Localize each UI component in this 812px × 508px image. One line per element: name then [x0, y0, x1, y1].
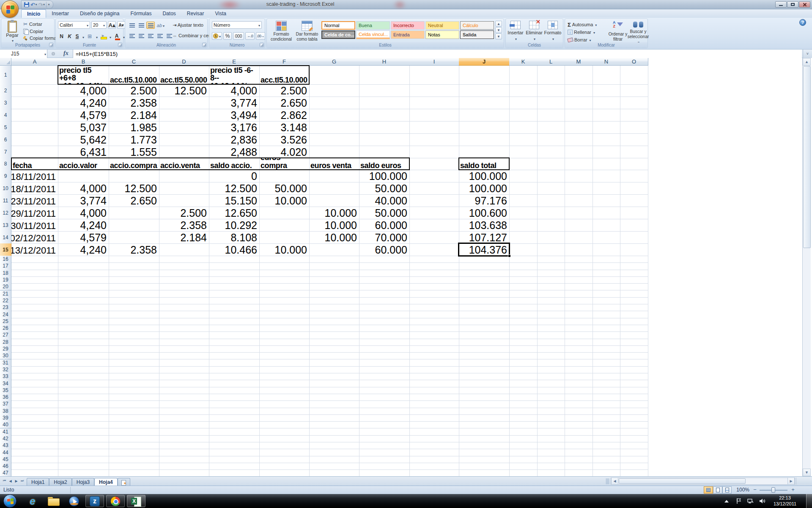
column-header-n[interactable]: N: [593, 58, 620, 66]
cell-I20[interactable]: [409, 283, 459, 290]
cell-I29[interactable]: [409, 345, 459, 353]
style-chip-incorrecto[interactable]: Incorrecto: [391, 21, 425, 30]
cell-I16[interactable]: [409, 256, 459, 263]
cell-M28[interactable]: [565, 339, 593, 346]
row-header-21[interactable]: 21: [0, 290, 11, 298]
cell-B47[interactable]: [58, 469, 109, 476]
cell-O31[interactable]: [620, 359, 648, 367]
cell-L6[interactable]: [537, 133, 565, 146]
cell-O14[interactable]: [620, 231, 648, 244]
ribbon-tab-revisar[interactable]: Revisar: [181, 9, 210, 18]
cell-O13[interactable]: [620, 219, 648, 232]
cell-J33[interactable]: [459, 373, 510, 380]
cell-G40[interactable]: [309, 421, 359, 428]
cell-K46[interactable]: [509, 463, 538, 470]
cell-H21[interactable]: [359, 290, 410, 298]
cell-I34[interactable]: [409, 380, 459, 387]
cell-A11[interactable]: 23/11/2011: [11, 194, 58, 207]
cell-H40[interactable]: [359, 421, 410, 428]
cell-F16[interactable]: [259, 256, 310, 263]
cell-D37[interactable]: [159, 400, 209, 408]
cell-K22[interactable]: [509, 297, 538, 304]
name-box[interactable]: J15: [0, 50, 47, 58]
cell-E42[interactable]: [209, 435, 260, 442]
cell-F10[interactable]: 50.000: [259, 182, 310, 195]
cell-D43[interactable]: [159, 442, 209, 449]
cell-M38[interactable]: [565, 408, 593, 415]
cell-B11[interactable]: 3,774: [58, 194, 109, 207]
borders-dropdown[interactable]: [95, 33, 98, 40]
cell-E4[interactable]: 3,494: [209, 109, 260, 121]
cell-A33[interactable]: [11, 373, 58, 380]
cell-J28[interactable]: [459, 339, 510, 346]
cell-B38[interactable]: [58, 408, 109, 415]
cell-F11[interactable]: 10.000: [259, 194, 310, 207]
cell-J13[interactable]: 103.638: [459, 219, 510, 232]
cell-A7[interactable]: [11, 146, 58, 158]
cell-L24[interactable]: [537, 311, 565, 318]
cell-N46[interactable]: [593, 463, 620, 470]
cell-A16[interactable]: [11, 256, 58, 263]
find-select-button[interactable]: Buscar y seleccionar: [628, 21, 648, 45]
dialog-launcher-portapapeles[interactable]: [49, 43, 53, 47]
cell-O32[interactable]: [620, 366, 648, 373]
cell-O24[interactable]: [620, 311, 648, 318]
cell-L16[interactable]: [537, 256, 565, 263]
cell-E43[interactable]: [209, 442, 260, 449]
cell-I42[interactable]: [409, 435, 459, 442]
cell-O45[interactable]: [620, 456, 648, 463]
cell-A1[interactable]: [11, 66, 58, 85]
column-header-k[interactable]: K: [509, 58, 538, 66]
cell-M3[interactable]: [565, 97, 593, 109]
row-header-47[interactable]: 47: [0, 469, 11, 476]
cell-A8[interactable]: fecha: [11, 158, 58, 170]
cell-M15[interactable]: [565, 243, 593, 256]
font-size-combo[interactable]: 20: [91, 21, 107, 29]
cell-G1[interactable]: [309, 66, 359, 85]
cell-B44[interactable]: [58, 449, 109, 456]
cell-H44[interactable]: [359, 449, 410, 456]
cell-C27[interactable]: [109, 331, 159, 339]
cell-H22[interactable]: [359, 297, 410, 304]
cell-J9[interactable]: 100.000: [459, 170, 510, 182]
wrap-text-button[interactable]: ⇥ Ajustar texto: [173, 22, 203, 28]
cell-G10[interactable]: [309, 182, 359, 195]
cell-E36[interactable]: [209, 394, 260, 401]
grow-font-button[interactable]: A▴: [108, 21, 116, 29]
cell-M13[interactable]: [565, 219, 593, 232]
cell-C45[interactable]: [109, 456, 159, 463]
cell-D21[interactable]: [159, 290, 209, 298]
cell-I30[interactable]: [409, 352, 459, 359]
cell-C47[interactable]: [109, 469, 159, 476]
cell-N39[interactable]: [593, 414, 620, 422]
cell-H9[interactable]: 100.000: [359, 170, 410, 182]
cell-L19[interactable]: [537, 276, 565, 284]
fill-button[interactable]: ↓Rellenar: [568, 29, 597, 36]
horizontal-scrollbar[interactable]: ◀ ▶: [611, 478, 795, 485]
cell-G9[interactable]: [309, 170, 359, 182]
cell-L22[interactable]: [537, 297, 565, 304]
style-chip-buena[interactable]: Buena: [356, 21, 390, 30]
cell-C19[interactable]: [109, 276, 159, 284]
cell-B28[interactable]: [58, 339, 109, 346]
cell-A15[interactable]: 13/12/2011: [11, 243, 58, 256]
cell-J39[interactable]: [459, 414, 510, 422]
cell-E21[interactable]: [209, 290, 260, 298]
cell-M35[interactable]: [565, 387, 593, 394]
cell-E2[interactable]: 4,000: [209, 84, 260, 97]
cell-D44[interactable]: [159, 449, 209, 456]
cell-E23[interactable]: [209, 304, 260, 311]
cell-N33[interactable]: [593, 373, 620, 380]
select-all-corner[interactable]: [0, 58, 11, 66]
cell-N38[interactable]: [593, 408, 620, 415]
cell-N45[interactable]: [593, 456, 620, 463]
row-header-31[interactable]: 31: [0, 359, 11, 367]
cell-K17[interactable]: [509, 262, 538, 270]
cell-D6[interactable]: [159, 133, 209, 146]
cell-M43[interactable]: [565, 442, 593, 449]
cell-O34[interactable]: [620, 380, 648, 387]
row-header-39[interactable]: 39: [0, 414, 11, 422]
cell-G25[interactable]: [309, 318, 359, 325]
cell-I9[interactable]: [409, 170, 459, 182]
cell-F43[interactable]: [259, 442, 310, 449]
